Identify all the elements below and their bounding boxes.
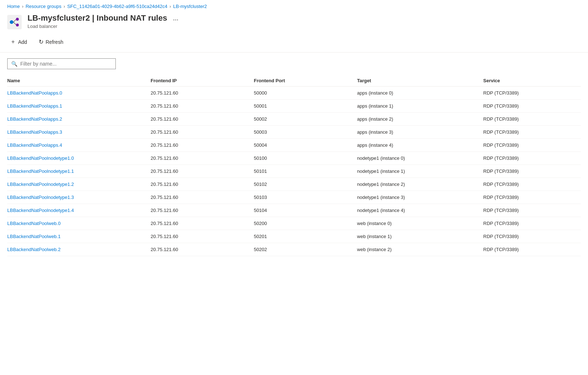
nat-rule-link[interactable]: LBBackendNatPoolapps.3: [7, 129, 62, 135]
nat-rule-link[interactable]: LBBackendNatPoolweb.1: [7, 234, 60, 239]
col-header-service: Service: [483, 75, 581, 87]
nat-rule-link[interactable]: LBBackendNatPoolweb.0: [7, 221, 60, 226]
breadcrumb-subscription[interactable]: SFC_11426a01-4029-4b62-a9f6-510ca24d42c4: [67, 4, 168, 9]
col-header-frontend-port: Frontend Port: [254, 75, 357, 87]
table-row: LBBackendNatPoolapps.120.75.121.6050001a…: [7, 100, 581, 113]
service-cell: RDP (TCP/3389): [483, 191, 581, 204]
service-cell: RDP (TCP/3389): [483, 243, 581, 256]
target-cell: nodetype1 (instance 4): [357, 204, 483, 217]
table-row: LBBackendNatPoolnodetype1.120.75.121.605…: [7, 165, 581, 178]
resource-type-label: Load balancer: [28, 24, 581, 29]
refresh-label: Refresh: [46, 39, 63, 45]
service-cell: RDP (TCP/3389): [483, 139, 581, 152]
nat-rule-link[interactable]: LBBackendNatPoolnodetype1.3: [7, 195, 74, 200]
frontend-ip-cell: 20.75.121.60: [151, 139, 254, 152]
page-title-text: LB-mysfcluster2 | Inbound NAT rules: [28, 13, 167, 23]
service-cell: RDP (TCP/3389): [483, 113, 581, 126]
refresh-button[interactable]: ↻ Refresh: [36, 36, 66, 47]
breadcrumb-resource-groups[interactable]: Resource groups: [26, 4, 62, 9]
table-row: LBBackendNatPoolapps.320.75.121.6050003a…: [7, 126, 581, 139]
page-header: LB-mysfcluster2 | Inbound NAT rules ... …: [0, 11, 588, 34]
breadcrumb-sep-1: ›: [22, 4, 24, 9]
frontend-port-cell: 50102: [254, 178, 357, 191]
table-row: LBBackendNatPoolweb.220.75.121.6050202we…: [7, 243, 581, 256]
frontend-ip-cell: 20.75.121.60: [151, 204, 254, 217]
content-area: 🔍 Name Frontend IP Frontend Port Target …: [0, 53, 588, 262]
service-cell: RDP (TCP/3389): [483, 217, 581, 230]
search-icon: 🔍: [11, 61, 17, 67]
add-button[interactable]: ＋ Add: [7, 36, 30, 48]
col-header-name: Name: [7, 75, 151, 87]
svg-rect-0: [7, 15, 22, 29]
frontend-ip-cell: 20.75.121.60: [151, 217, 254, 230]
frontend-ip-cell: 20.75.121.60: [151, 165, 254, 178]
frontend-ip-cell: 20.75.121.60: [151, 178, 254, 191]
table-header: Name Frontend IP Frontend Port Target Se…: [7, 75, 581, 87]
frontend-port-cell: 50103: [254, 191, 357, 204]
col-header-frontend-ip: Frontend IP: [151, 75, 254, 87]
service-cell: RDP (TCP/3389): [483, 204, 581, 217]
service-cell: RDP (TCP/3389): [483, 126, 581, 139]
breadcrumb-home[interactable]: Home: [7, 4, 20, 9]
refresh-icon: ↻: [39, 38, 43, 45]
frontend-port-cell: 50003: [254, 126, 357, 139]
frontend-port-cell: 50000: [254, 87, 357, 100]
add-icon: ＋: [10, 38, 16, 46]
service-cell: RDP (TCP/3389): [483, 178, 581, 191]
header-text: LB-mysfcluster2 | Inbound NAT rules ... …: [28, 13, 581, 29]
service-cell: RDP (TCP/3389): [483, 165, 581, 178]
frontend-port-cell: 50104: [254, 204, 357, 217]
table-row: LBBackendNatPoolapps.020.75.121.6050000a…: [7, 87, 581, 100]
table-row: LBBackendNatPoolnodetype1.220.75.121.605…: [7, 178, 581, 191]
table-row: LBBackendNatPoolapps.220.75.121.6050002a…: [7, 113, 581, 126]
frontend-ip-cell: 20.75.121.60: [151, 126, 254, 139]
ellipsis-button[interactable]: ...: [171, 14, 181, 23]
target-cell: web (instance 2): [357, 243, 483, 256]
service-cell: RDP (TCP/3389): [483, 152, 581, 165]
table-row: LBBackendNatPoolweb.120.75.121.6050201we…: [7, 230, 581, 243]
filter-input[interactable]: [20, 61, 112, 67]
target-cell: apps (instance 1): [357, 100, 483, 113]
frontend-port-cell: 50004: [254, 139, 357, 152]
nat-rule-link[interactable]: LBBackendNatPoolnodetype1.2: [7, 182, 74, 187]
frontend-port-cell: 50002: [254, 113, 357, 126]
frontend-port-cell: 50200: [254, 217, 357, 230]
target-cell: apps (instance 2): [357, 113, 483, 126]
resource-icon: [7, 15, 22, 29]
frontend-port-cell: 50101: [254, 165, 357, 178]
target-cell: nodetype1 (instance 1): [357, 165, 483, 178]
frontend-ip-cell: 20.75.121.60: [151, 87, 254, 100]
frontend-port-cell: 50201: [254, 230, 357, 243]
breadcrumb-sep-2: ›: [64, 4, 65, 9]
service-cell: RDP (TCP/3389): [483, 100, 581, 113]
frontend-ip-cell: 20.75.121.60: [151, 191, 254, 204]
frontend-ip-cell: 20.75.121.60: [151, 100, 254, 113]
breadcrumb-lb[interactable]: LB-mysfcluster2: [173, 4, 207, 9]
table-body: LBBackendNatPoolapps.020.75.121.6050000a…: [7, 87, 581, 256]
nat-rule-link[interactable]: LBBackendNatPoolapps.4: [7, 142, 62, 148]
frontend-port-cell: 50001: [254, 100, 357, 113]
breadcrumb: Home › Resource groups › SFC_11426a01-40…: [0, 0, 588, 11]
nat-rule-link[interactable]: LBBackendNatPoolnodetype1.4: [7, 208, 74, 213]
frontend-port-cell: 50100: [254, 152, 357, 165]
nat-rule-link[interactable]: LBBackendNatPoolnodetype1.1: [7, 168, 74, 174]
nat-rule-link[interactable]: LBBackendNatPoolapps.0: [7, 90, 62, 96]
nat-rule-link[interactable]: LBBackendNatPoolapps.1: [7, 103, 62, 109]
table-row: LBBackendNatPoolapps.420.75.121.6050004a…: [7, 139, 581, 152]
frontend-ip-cell: 20.75.121.60: [151, 243, 254, 256]
target-cell: apps (instance 0): [357, 87, 483, 100]
filter-box[interactable]: 🔍: [7, 58, 116, 69]
table-row: LBBackendNatPoolnodetype1.020.75.121.605…: [7, 152, 581, 165]
svg-point-3: [16, 24, 19, 26]
target-cell: web (instance 0): [357, 217, 483, 230]
target-cell: nodetype1 (instance 3): [357, 191, 483, 204]
table-row: LBBackendNatPoolnodetype1.320.75.121.605…: [7, 191, 581, 204]
nat-rule-link[interactable]: LBBackendNatPoolnodetype1.0: [7, 155, 74, 161]
frontend-ip-cell: 20.75.121.60: [151, 230, 254, 243]
add-label: Add: [18, 39, 27, 45]
table-row: LBBackendNatPoolnodetype1.420.75.121.605…: [7, 204, 581, 217]
nat-rule-link[interactable]: LBBackendNatPoolapps.2: [7, 116, 62, 122]
page-title: LB-mysfcluster2 | Inbound NAT rules ...: [28, 13, 581, 23]
nat-rule-link[interactable]: LBBackendNatPoolweb.2: [7, 247, 60, 252]
target-cell: web (instance 1): [357, 230, 483, 243]
